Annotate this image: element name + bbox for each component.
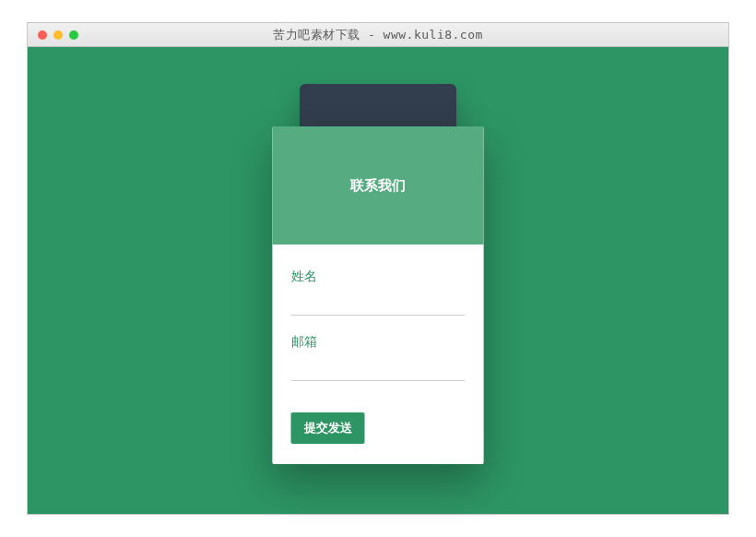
name-label: 姓名 bbox=[291, 268, 466, 285]
browser-window: 苦力吧素材下载 - www.kuli8.com 联系我们 姓名 邮箱 提交发送 bbox=[27, 22, 729, 515]
browser-titlebar: 苦力吧素材下载 - www.kuli8.com bbox=[28, 23, 728, 47]
name-input[interactable] bbox=[291, 291, 466, 316]
page-viewport: 联系我们 姓名 邮箱 提交发送 bbox=[28, 47, 728, 514]
email-input[interactable] bbox=[291, 356, 466, 381]
form-body: 姓名 邮箱 提交发送 bbox=[273, 245, 484, 464]
contact-form-card: 联系我们 姓名 邮箱 提交发送 bbox=[273, 126, 484, 464]
submit-button[interactable]: 提交发送 bbox=[291, 412, 365, 444]
name-field-group: 姓名 bbox=[291, 268, 466, 316]
window-title: 苦力吧素材下载 - www.kuli8.com bbox=[28, 27, 728, 43]
email-field-group: 邮箱 bbox=[291, 334, 466, 381]
email-label: 邮箱 bbox=[291, 334, 466, 351]
form-title: 联系我们 bbox=[350, 177, 406, 195]
form-header: 联系我们 bbox=[273, 126, 484, 245]
